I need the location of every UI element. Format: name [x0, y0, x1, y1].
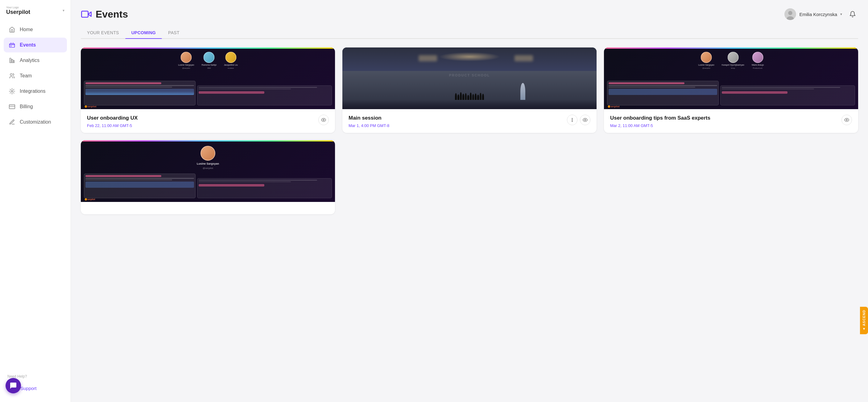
- events-grid: Lusine Sargsyan @serpilot Ramona Sartipi…: [81, 47, 858, 214]
- svg-point-17: [572, 120, 572, 120]
- event-card-actions-1: [318, 115, 329, 125]
- svg-rect-0: [9, 44, 15, 47]
- sidebar-item-events[interactable]: Events: [4, 38, 67, 53]
- view-event-3-button[interactable]: [841, 115, 852, 125]
- svg-rect-3: [11, 60, 13, 63]
- event-date-2: Mar 1, 4:00 PM GMT-8: [348, 123, 564, 128]
- event-thumbnail-2: PRODUCT SCHOOL: [342, 47, 596, 109]
- sidebar-item-label-events: Events: [20, 42, 36, 48]
- integrations-icon: [9, 88, 16, 95]
- svg-point-19: [585, 119, 586, 121]
- tabs: YOUR EVENTS UPCOMING PAST: [81, 27, 858, 39]
- team-icon: [9, 72, 16, 79]
- sidebar-item-label-analytics: Analytics: [20, 58, 39, 63]
- sidebar-item-home[interactable]: Home: [4, 22, 67, 37]
- event-card-info-3: User onboarding tips from SaaS experts M…: [610, 115, 838, 128]
- events-header-icon: [81, 9, 92, 20]
- logo-chevron-icon: ▾: [63, 8, 64, 13]
- svg-point-20: [846, 119, 847, 121]
- tab-upcoming[interactable]: UPCOMING: [125, 27, 162, 38]
- event-card-info-1: User onboarding UX Feb 22, 11:00 AM GMT-…: [87, 115, 315, 128]
- tabs-container: YOUR EVENTS UPCOMING PAST: [71, 22, 868, 39]
- conference-scene: PRODUCT SCHOOL: [342, 47, 596, 109]
- event-card-actions-3: [841, 115, 852, 125]
- event-card-body-3: User onboarding tips from SaaS experts M…: [604, 109, 858, 133]
- main-content: Events Emilia Korczynska ▾: [71, 0, 868, 402]
- user-name: Emilia Korczynska: [799, 12, 837, 17]
- svg-rect-4: [13, 60, 14, 63]
- page-header: Events Emilia Korczynska ▾: [71, 0, 868, 22]
- chat-bubble-button[interactable]: [5, 378, 21, 393]
- sidebar-item-label-team: Team: [20, 73, 32, 78]
- svg-point-16: [572, 118, 572, 119]
- event-card-1[interactable]: Lusine Sargsyan @serpilot Ramona Sartipi…: [81, 47, 335, 133]
- more-options-event-2-button[interactable]: [567, 115, 578, 125]
- customization-icon: [9, 119, 16, 126]
- header-title-area: Events: [81, 9, 128, 20]
- event-card-body-1: User onboarding UX Feb 22, 11:00 AM GMT-…: [81, 109, 335, 133]
- svg-rect-11: [82, 11, 88, 17]
- event-card-info-2: Main session Mar 1, 4:00 PM GMT-8: [348, 115, 564, 128]
- event-card-3[interactable]: Lusine Sargsyan @serpilot Karapet Oyumjb…: [604, 47, 858, 133]
- svg-point-1: [11, 46, 11, 46]
- speaker-3-2: Karapet Oyumjbashyan krisp: [722, 52, 744, 69]
- event-card-info-4: [87, 207, 326, 209]
- event-thumbnail-4: Lusine Sargsyan @serpilot: [81, 140, 335, 202]
- event-title-3: User onboarding tips from SaaS experts: [610, 115, 838, 122]
- view-event-1-button[interactable]: [318, 115, 329, 125]
- event-card-body-2: Main session Mar 1, 4:00 PM GMT-8: [342, 109, 596, 133]
- svg-point-13: [788, 11, 793, 15]
- sidebar-item-label-billing: Billing: [20, 104, 33, 109]
- sidebar-item-label-integrations: Integrations: [20, 89, 45, 94]
- analytics-icon: [9, 57, 16, 64]
- speaker-2: Ramona Sartipi IBM: [202, 52, 217, 69]
- speaker-3-3: Mario Araujo ProductLed.: [752, 52, 764, 69]
- speaker-3-1: Lusine Sargsyan @serpilot: [699, 52, 714, 69]
- event-card-2[interactable]: PRODUCT SCHOOL: [342, 47, 596, 133]
- page-title: Events: [96, 9, 128, 20]
- avatar: [784, 8, 796, 20]
- event-card-body-4: [81, 202, 335, 214]
- svg-point-18: [572, 121, 572, 122]
- header-right: Emilia Korczynska ▾: [784, 8, 858, 20]
- sidebar: Your Logo Userpilot ▾ Home Events: [0, 0, 71, 402]
- events-icon: [9, 42, 16, 48]
- app-name: Userpilot: [6, 9, 30, 15]
- sidebar-item-customization[interactable]: Customization: [4, 115, 67, 130]
- event-date-3: Mar 2, 11:00 AM GMT-5: [610, 123, 838, 128]
- user-chevron-icon: ▾: [840, 12, 842, 16]
- notification-bell-button[interactable]: [847, 9, 858, 20]
- svg-rect-7: [9, 104, 15, 108]
- sidebar-item-analytics[interactable]: Analytics: [4, 53, 67, 68]
- event-title-2: Main session: [348, 115, 564, 122]
- billing-icon: [9, 103, 16, 110]
- logo-area[interactable]: Your Logo Userpilot ▾: [0, 0, 71, 22]
- event-title-1: User onboarding UX: [87, 115, 315, 122]
- svg-rect-2: [10, 58, 11, 63]
- view-event-2-button[interactable]: [580, 115, 590, 125]
- ascend-badge[interactable]: ▲ ASCEND: [860, 307, 868, 334]
- sidebar-nav: Home Events Analytics: [0, 22, 71, 368]
- user-menu[interactable]: Emilia Korczynska ▾: [784, 8, 842, 20]
- tab-past[interactable]: PAST: [162, 27, 186, 38]
- svg-point-15: [323, 119, 324, 121]
- sidebar-item-billing[interactable]: Billing: [4, 99, 67, 114]
- support-label: Support: [20, 386, 37, 391]
- event-thumbnail-3: Lusine Sargsyan @serpilot Karapet Oyumjb…: [604, 47, 858, 109]
- event-card-4[interactable]: Lusine Sargsyan @serpilot: [81, 140, 335, 214]
- sidebar-item-team[interactable]: Team: [4, 68, 67, 83]
- sidebar-item-integrations[interactable]: Integrations: [4, 84, 67, 99]
- home-icon: [9, 26, 16, 33]
- speaker-1: Lusine Sargsyan @serpilot: [178, 52, 194, 69]
- svg-point-6: [11, 90, 13, 92]
- tab-your-events[interactable]: YOUR EVENTS: [81, 27, 125, 38]
- event-card-actions-2: [567, 115, 590, 125]
- events-content: Lusine Sargsyan @serpilot Ramona Sartipi…: [71, 39, 868, 402]
- sidebar-item-label-home: Home: [20, 27, 33, 32]
- event-date-1: Feb 22, 11:00 AM GMT-5: [87, 123, 315, 128]
- sidebar-item-label-customization: Customization: [20, 119, 51, 125]
- speaker-3: Jacqueline Liu ecobee: [224, 52, 238, 69]
- event-thumbnail-1: Lusine Sargsyan @serpilot Ramona Sartipi…: [81, 47, 335, 109]
- svg-point-5: [10, 73, 12, 75]
